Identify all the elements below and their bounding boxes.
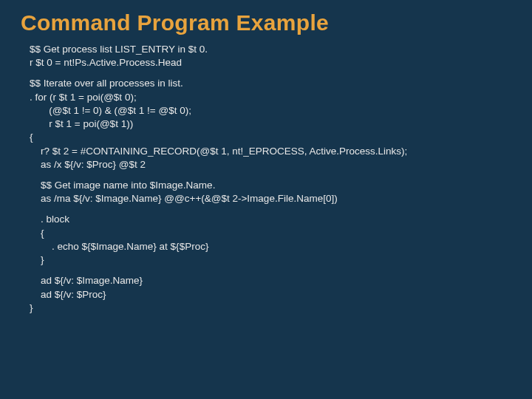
- code-block-2: $$ Iterate over all processes in list. .…: [30, 77, 511, 171]
- code-block-3: $$ Get image name into $Image.Name. as /…: [30, 179, 511, 205]
- code-block-1: $$ Get process list LIST_ENTRY in $t 0. …: [30, 43, 511, 69]
- slide: Command Program Example $$ Get process l…: [0, 0, 532, 399]
- code-block-5: ad ${/v: $Image.Name} ad ${/v: $Proc} }: [30, 274, 511, 315]
- code-block-4: . block { . echo ${$Image.Name} at ${$Pr…: [30, 213, 511, 267]
- slide-title: Command Program Example: [21, 10, 511, 35]
